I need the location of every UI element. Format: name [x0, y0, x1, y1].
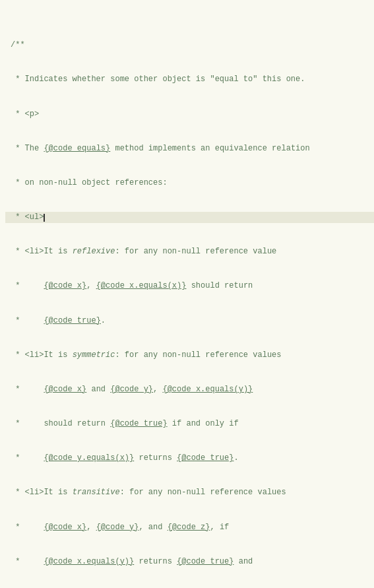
code-ref: {@code equals} [44, 144, 110, 153]
code-line: * {@code x.equals(y)} returns {@code tru… [5, 556, 374, 568]
code-line-highlighted: * <ul> [5, 212, 374, 223]
code-line: * {@code y.equals(x)} returns {@code tru… [5, 453, 374, 464]
code-line: * <li>It is symmetric: for any non-null … [5, 350, 374, 361]
code-line: * Indicates whether some other object is… [5, 74, 374, 85]
code-line: * <li>It is transitive: for any non-null… [5, 487, 374, 498]
code-line: * <li>It is reflexive: for any non-null … [5, 246, 374, 257]
code-line: * on non-null object references: [5, 178, 374, 189]
code-line: * The {@code equals} method implements a… [5, 143, 374, 154]
code-line: * {@code x}, {@code y}, and {@code z}, i… [5, 522, 374, 533]
code-editor: /** * Indicates whether some other objec… [0, 0, 374, 588]
code-line: * should return {@code true} if and only… [5, 418, 374, 430]
code-line: * <p> [5, 109, 374, 120]
code-line: /** [5, 40, 374, 51]
code-line: * {@code x} and {@code y}, {@code x.equa… [5, 384, 374, 395]
code-line: * {@code true}. [5, 315, 374, 327]
code-line: * {@code x}, {@code x.equals(x)} should … [5, 280, 374, 292]
